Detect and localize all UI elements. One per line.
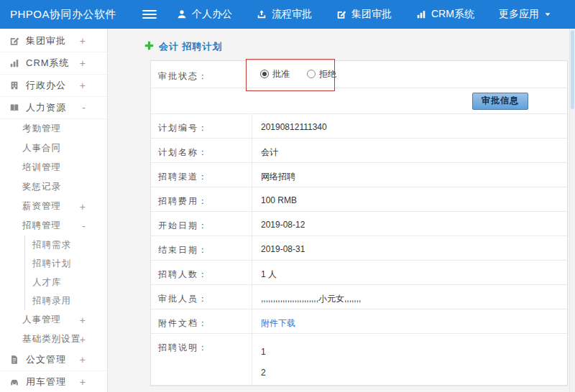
radio-selected-icon[interactable] xyxy=(260,70,269,78)
sidebar-item-recruitment-plan[interactable]: 招聘计划 xyxy=(0,254,107,273)
sidebar-item-label: 人事管理 xyxy=(22,314,61,326)
field-value: 网络招聘 xyxy=(252,163,567,187)
sidebar-item-label: 招聘需求 xyxy=(32,239,71,251)
sidebar-item-label: 人力资源 xyxy=(26,101,66,114)
top-menu: 个人办公流程审批集团审批CRM系统更多应用 xyxy=(177,8,551,21)
sidebar: 集团审批+CRM系统+行政办公+人力资源-考勤管理人事合同培训管理奖惩记录薪资管… xyxy=(0,29,108,392)
caret-down-icon xyxy=(544,11,551,18)
top-navbar: PHPOA协同办公软件 个人办公流程审批集团审批CRM系统更多应用 xyxy=(0,0,575,29)
field-value: 1 2 xyxy=(252,334,567,385)
table-row: 附件文档：附件下载 xyxy=(151,309,567,334)
sidebar-item-label: CRM系统 xyxy=(26,57,70,70)
approval-status-row: 审批状态： 批准拒绝 xyxy=(151,61,567,88)
sidebar-item-label: 公文管理 xyxy=(26,353,66,366)
collapse-minus-icon[interactable]: - xyxy=(82,220,86,232)
nav-item-more-apps[interactable]: 更多应用 xyxy=(499,8,551,21)
expand-plus-icon[interactable]: + xyxy=(80,334,86,345)
field-label: 招聘人数： xyxy=(151,261,252,284)
field-value: 2019-08-31 xyxy=(252,236,567,260)
field-label: 审批人员： xyxy=(151,285,252,309)
field-label: 招聘费用： xyxy=(151,187,252,211)
table-row: 招聘渠道：网络招聘 xyxy=(151,163,567,187)
expand-plus-icon[interactable]: + xyxy=(80,57,86,69)
field-label: 附件文档： xyxy=(151,309,252,333)
radio-option-approve[interactable]: 批准 xyxy=(260,68,290,80)
collapse-minus-icon[interactable]: - xyxy=(82,102,86,113)
radio-group: 批准拒绝 xyxy=(260,68,354,81)
detail-rows: 计划编号：20190812111340计划名称：会计招聘渠道：网络招聘招聘费用：… xyxy=(151,114,567,386)
radio-option-reject[interactable]: 拒绝 xyxy=(307,68,336,80)
scrollbar-thumb[interactable] xyxy=(571,30,574,109)
sidebar-item-hr-contracts[interactable]: 人事合同 xyxy=(0,139,107,158)
add-plus-icon xyxy=(144,40,154,53)
table-row: 招聘费用：100 RMB xyxy=(151,187,567,212)
sidebar-item-recruitment-hire[interactable]: 招聘录用 xyxy=(0,291,107,310)
sidebar-item-label: 人事合同 xyxy=(22,142,61,154)
field-label: 结束日期： xyxy=(151,236,252,260)
edit-icon xyxy=(9,36,19,46)
expand-plus-icon[interactable]: + xyxy=(80,376,86,388)
sidebar-item-label: 行政办公 xyxy=(26,79,66,92)
sidebar-item-reward-records[interactable]: 奖惩记录 xyxy=(0,177,107,197)
nav-item-label: 流程审批 xyxy=(272,8,312,21)
sidebar-item-base-category-settings[interactable]: 基础类别设置+ xyxy=(0,330,107,349)
field-value: 20190812111340 xyxy=(252,114,567,138)
sidebar-item-crm-system[interactable]: CRM系统+ xyxy=(0,52,107,75)
sidebar-item-document-mgmt[interactable]: 公文管理+ xyxy=(0,349,107,371)
field-value: ,,,,,,,,,,,,,,,,,,,,,,,,小元女,,,,,,, xyxy=(252,285,567,309)
sidebar-item-recruitment-mgmt[interactable]: 招聘管理- xyxy=(0,216,107,235)
sidebar-item-personnel-mgmt[interactable]: 人事管理+ xyxy=(0,310,107,330)
table-row: 审批人员：,,,,,,,,,,,,,,,,,,,,,,,,小元女,,,,,,, xyxy=(151,285,567,309)
sidebar-item-talent-pool[interactable]: 人才库 xyxy=(0,273,107,291)
sidebar-item-human-resources[interactable]: 人力资源- xyxy=(0,97,107,119)
nav-item-workflow-approval[interactable]: 流程审批 xyxy=(257,8,312,21)
field-value: 会计 xyxy=(252,139,567,162)
sidebar-item-label: 奖惩记录 xyxy=(22,181,61,193)
main-content: 会计 招聘计划 审批状态： 批准拒绝 审批信息 计划编号：20190812111… xyxy=(109,29,575,392)
nav-item-personal-office[interactable]: 个人办公 xyxy=(177,8,232,21)
nav-item-label: CRM系统 xyxy=(431,8,474,21)
doc-icon xyxy=(9,355,19,365)
hamburger-menu-icon[interactable] xyxy=(142,10,157,19)
vertical-scrollbar[interactable] xyxy=(569,29,575,392)
sidebar-item-label: 基础类别设置 xyxy=(22,333,80,345)
sidebar-item-label: 培训管理 xyxy=(22,162,61,174)
table-row: 开始日期：2019-08-12 xyxy=(151,212,567,236)
building-icon xyxy=(9,80,19,90)
sidebar-item-admin-office[interactable]: 行政办公+ xyxy=(0,75,107,97)
person-icon xyxy=(177,9,187,19)
field-label: 招聘说明： xyxy=(151,334,252,385)
field-value: 100 RMB xyxy=(252,187,567,211)
approve-info-button[interactable]: 审批信息 xyxy=(472,93,528,110)
table-row: 结束日期：2019-08-31 xyxy=(151,236,567,261)
expand-plus-icon[interactable]: + xyxy=(80,80,86,91)
sidebar-item-salary-mgmt[interactable]: 薪资管理+ xyxy=(0,197,107,216)
field-value: 2019-08-12 xyxy=(252,212,567,235)
attachment-download-link[interactable]: 附件下载 xyxy=(261,318,295,328)
radio-unselected-icon[interactable] xyxy=(307,70,316,78)
sidebar-item-label: 薪资管理 xyxy=(22,200,61,213)
edit-icon xyxy=(336,9,346,19)
nav-item-label: 集团审批 xyxy=(351,8,392,21)
field-label: 开始日期： xyxy=(151,212,252,235)
sidebar-item-attendance-mgmt[interactable]: 考勤管理 xyxy=(0,119,107,139)
expand-plus-icon[interactable]: + xyxy=(80,354,86,365)
table-row: 招聘人数：1 人 xyxy=(151,261,567,285)
sidebar-item-recruitment-demand[interactable]: 招聘需求 xyxy=(0,235,107,254)
table-row: 计划名称：会计 xyxy=(151,139,567,163)
app-title: PHPOA协同办公软件 xyxy=(0,8,131,22)
car-icon xyxy=(9,377,19,387)
expand-plus-icon[interactable]: + xyxy=(80,314,86,326)
expand-plus-icon[interactable]: + xyxy=(80,201,86,213)
nav-item-crm-system[interactable]: CRM系统 xyxy=(416,8,474,21)
sidebar-item-training-mgmt[interactable]: 培训管理 xyxy=(0,158,107,177)
sidebar-item-group-approval[interactable]: 集团审批+ xyxy=(0,30,107,52)
expand-plus-icon[interactable]: + xyxy=(80,35,86,47)
sidebar-item-label: 招聘计划 xyxy=(32,258,71,270)
nav-item-group-approval[interactable]: 集团审批 xyxy=(336,8,392,21)
sidebar-item-vehicle-mgmt[interactable]: 用车管理+ xyxy=(0,371,107,392)
sidebar-item-label: 用车管理 xyxy=(26,375,66,388)
field-label: 计划编号： xyxy=(151,114,252,138)
radio-label: 拒绝 xyxy=(319,68,336,80)
recruit-plan-detail-table: 审批状态： 批准拒绝 审批信息 计划编号：20190812111340计划名称：… xyxy=(150,60,568,386)
